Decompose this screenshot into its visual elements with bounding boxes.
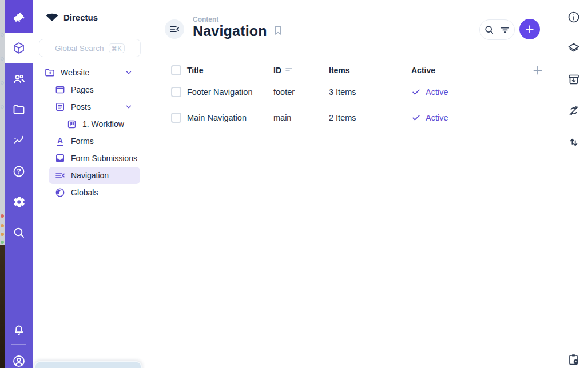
row-checkbox[interactable] bbox=[171, 113, 181, 123]
content-cube-icon bbox=[12, 41, 26, 55]
table-header-row: Title ID Items Active bbox=[150, 62, 550, 79]
notifications-bell-icon bbox=[12, 323, 26, 337]
directus-app-window: Directus Global Search ⌘K Website bbox=[0, 0, 588, 368]
module-bar-divider bbox=[11, 344, 26, 345]
select-all-checkbox[interactable] bbox=[171, 65, 181, 75]
cell-title: Main Navigation bbox=[187, 113, 247, 122]
filter-icon[interactable] bbox=[499, 24, 511, 35]
insights-icon bbox=[12, 134, 26, 147]
sidebar-item-form-submissions[interactable]: Form Submissions bbox=[33, 150, 150, 167]
sidebar-item-label: Forms bbox=[71, 137, 94, 146]
chevron-down-icon[interactable] bbox=[125, 103, 133, 111]
user-menu-button[interactable] bbox=[12, 354, 26, 368]
cell-id: main bbox=[273, 113, 291, 122]
sidebar-item-globals[interactable]: Globals bbox=[33, 184, 150, 201]
inbox-icon bbox=[54, 153, 66, 164]
table-row[interactable]: Footer Navigation footer 3 Items Active bbox=[150, 79, 550, 105]
cell-items: 2 Items bbox=[329, 113, 356, 122]
cell-title: Footer Navigation bbox=[187, 87, 252, 97]
sidebar-item-label: Form Submissions bbox=[71, 154, 137, 163]
module-settings[interactable] bbox=[12, 195, 26, 209]
cell-active: Active bbox=[411, 113, 448, 122]
column-header-items[interactable]: Items bbox=[329, 66, 350, 75]
plus-icon bbox=[524, 23, 535, 35]
archive-download-icon[interactable] bbox=[567, 73, 581, 86]
folder-star-icon bbox=[44, 67, 55, 78]
create-item-button[interactable] bbox=[519, 19, 540, 39]
module-content[interactable] bbox=[5, 33, 33, 63]
sidebar-item-website[interactable]: Website bbox=[33, 64, 150, 81]
sidebar-item-label: Globals bbox=[71, 188, 98, 197]
search-filter-pill bbox=[479, 19, 515, 40]
global-search-placeholder: Global Search bbox=[55, 44, 104, 53]
status-badge: Active bbox=[426, 113, 448, 122]
sidebar-item-label: Website bbox=[61, 68, 89, 77]
search-icon[interactable] bbox=[483, 24, 495, 35]
collections-tree: Website Pages bbox=[33, 64, 150, 201]
users-icon bbox=[12, 72, 26, 86]
global-search-input[interactable]: Global Search ⌘K bbox=[39, 39, 141, 57]
account-circle-icon bbox=[11, 354, 26, 368]
pending-actions-icon[interactable] bbox=[567, 353, 581, 366]
pages-icon bbox=[54, 84, 66, 95]
swap-vert-icon[interactable] bbox=[567, 135, 581, 149]
breadcrumb[interactable]: Content bbox=[193, 15, 218, 23]
column-header-id[interactable]: ID bbox=[273, 66, 281, 75]
add-column-icon[interactable] bbox=[531, 63, 545, 77]
title-icon: A bbox=[54, 135, 66, 147]
directus-logo-button[interactable] bbox=[5, 0, 33, 33]
column-header-title[interactable]: Title bbox=[187, 66, 204, 75]
globe-icon bbox=[54, 187, 66, 198]
search-icon bbox=[12, 226, 26, 239]
sync-disabled-icon[interactable] bbox=[567, 104, 581, 118]
page-icon-button[interactable] bbox=[165, 19, 184, 39]
module-help[interactable] bbox=[12, 165, 26, 178]
cell-items: 3 Items bbox=[329, 87, 356, 97]
project-header[interactable]: Directus bbox=[33, 9, 98, 25]
rabbit-logo-icon bbox=[10, 8, 27, 25]
sidebar-item-label: Pages bbox=[71, 85, 94, 94]
project-logo-icon bbox=[45, 11, 59, 23]
sidebar-item-navigation[interactable]: Navigation bbox=[49, 167, 140, 184]
table-row[interactable]: Main Navigation main 2 Items Active bbox=[150, 105, 550, 130]
kanban-icon bbox=[66, 118, 77, 130]
sidebar-item-workflow[interactable]: 1. Workflow bbox=[33, 115, 150, 133]
sidebar-item-label: Posts bbox=[71, 102, 91, 111]
notifications-button[interactable] bbox=[12, 323, 26, 337]
menu-open-icon bbox=[54, 170, 66, 181]
desktop-edge-strip bbox=[0, 0, 5, 368]
check-icon bbox=[411, 113, 421, 122]
layers-icon[interactable] bbox=[567, 41, 581, 55]
navigation-sidebar: Directus Global Search ⌘K Website bbox=[33, 0, 150, 368]
cell-id: footer bbox=[273, 87, 295, 97]
right-sidebar-rail bbox=[559, 0, 588, 368]
sidebar-item-label: Navigation bbox=[71, 171, 109, 180]
sort-indicator-icon[interactable] bbox=[285, 67, 292, 73]
row-checkbox[interactable] bbox=[171, 87, 181, 97]
info-icon[interactable] bbox=[567, 10, 581, 24]
bottom-toast-peek[interactable] bbox=[34, 361, 142, 368]
files-folder-icon bbox=[12, 103, 26, 117]
settings-gear-icon bbox=[13, 195, 26, 209]
column-divider bbox=[269, 65, 269, 76]
sidebar-item-pages[interactable]: Pages bbox=[33, 81, 150, 98]
module-files[interactable] bbox=[12, 103, 26, 117]
module-users[interactable] bbox=[12, 72, 26, 86]
main-content: Content Navigation bbox=[150, 0, 550, 368]
module-insights[interactable] bbox=[12, 134, 26, 147]
status-badge: Active bbox=[426, 87, 448, 97]
sidebar-item-posts[interactable]: Posts bbox=[33, 98, 150, 115]
module-search[interactable] bbox=[12, 226, 26, 239]
page-title: Navigation bbox=[193, 23, 267, 39]
module-bar bbox=[5, 0, 33, 368]
items-table: Title ID Items Active Footer bbox=[150, 62, 550, 130]
global-search-shortcut: ⌘K bbox=[109, 43, 125, 53]
cell-active: Active bbox=[411, 87, 448, 97]
sidebar-item-forms[interactable]: A Forms bbox=[33, 133, 150, 150]
bookmark-icon[interactable] bbox=[272, 24, 284, 37]
check-icon bbox=[411, 87, 421, 97]
menu-open-icon bbox=[169, 23, 180, 35]
sidebar-item-label: 1. Workflow bbox=[82, 119, 124, 129]
column-header-active[interactable]: Active bbox=[411, 66, 435, 75]
chevron-down-icon[interactable] bbox=[125, 69, 133, 77]
